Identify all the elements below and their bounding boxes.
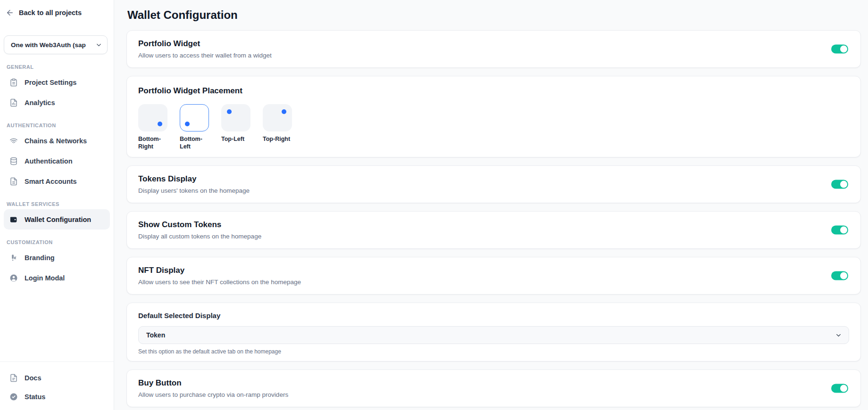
sidebar-item-project-settings[interactable]: Project Settings (4, 72, 110, 92)
sidebar-item-wallet-configuration[interactable]: Wallet Configuration (4, 209, 110, 230)
select-value: Token (146, 331, 835, 339)
back-to-projects-link[interactable]: Back to all projects (4, 0, 110, 17)
card-default-selected-display: Default Selected DisplayTokenSet this op… (126, 303, 861, 361)
card-subtitle: Allow users to purchase crypto via on-ra… (138, 390, 849, 400)
card-buy-button: Buy ButtonAllow users to purchase crypto… (126, 369, 861, 407)
toggle-knob (840, 385, 847, 392)
toggle-knob (840, 46, 847, 53)
select-card-label: Default Selected Display (138, 311, 849, 320)
wifi-icon (9, 137, 18, 145)
default-selected-display-select[interactable]: Token (138, 326, 849, 344)
placement-preview (263, 104, 292, 131)
placement-option-top-left[interactable]: Top-Left (221, 104, 250, 150)
check-circle-icon (9, 393, 18, 401)
nft-display-toggle[interactable] (831, 271, 848, 280)
placement-options: Bottom-RightBottom-LeftTop-LeftTop-Right (138, 104, 849, 150)
file-icon (9, 177, 18, 186)
card-subtitle: Display users' tokens on the homepage (138, 186, 849, 196)
sidebar-item-label: Smart Accounts (25, 178, 77, 185)
card-title: Portfolio Widget Placement (138, 86, 849, 96)
toggle-knob (840, 227, 847, 234)
placement-preview (221, 104, 250, 131)
sidebar-footer-label: Docs (25, 374, 41, 382)
nav-section-header-authentication: AUTHENTICATION (7, 123, 107, 128)
cards-container: Portfolio WidgetAllow users to access th… (126, 30, 861, 410)
buy-button-toggle[interactable] (831, 384, 848, 393)
placement-option-top-right[interactable]: Top-Right (263, 104, 292, 150)
show-custom-tokens-toggle[interactable] (831, 226, 848, 235)
select-helper-text: Set this option as the default active ta… (138, 348, 849, 355)
nav-section-header-general: GENERAL (7, 64, 107, 70)
sidebar-item-branding[interactable]: Branding (4, 247, 110, 268)
portfolio-widget-toggle[interactable] (831, 45, 848, 54)
card-title: Portfolio Widget (138, 39, 849, 49)
card-portfolio-widget: Portfolio WidgetAllow users to access th… (126, 30, 861, 68)
placement-option-label: Top-Left (221, 135, 250, 143)
sidebar-item-label: Branding (25, 254, 55, 262)
card-nft-display: NFT DisplayAllow users to see their NFT … (126, 257, 861, 295)
project-selector[interactable]: One with Web3Auth (sap (4, 35, 108, 54)
back-to-projects-label: Back to all projects (19, 9, 82, 16)
arrow-left-icon (6, 8, 14, 17)
placement-option-label: Bottom-Left (180, 135, 209, 150)
sidebar-item-label: Analytics (25, 99, 55, 107)
card-portfolio-widget-placement: Portfolio Widget PlacementBottom-RightBo… (126, 76, 861, 157)
placement-option-label: Bottom-Right (138, 135, 167, 150)
page-title: Wallet Configuration (127, 8, 861, 22)
card-title: NFT Display (138, 265, 849, 276)
card-tokens-display: Tokens DisplayDisplay users' tokens on t… (126, 165, 861, 203)
sidebar-item-login-modal[interactable]: Login Modal (4, 268, 110, 288)
database-icon (9, 157, 18, 165)
sidebar-item-label: Wallet Configuration (25, 216, 91, 223)
sidebar-item-label: Login Modal (25, 274, 65, 282)
project-selector-value: One with Web3Auth (sap (11, 41, 93, 49)
placement-option-bottom-left[interactable]: Bottom-Left (180, 104, 209, 150)
sidebar-item-label: Chains & Networks (25, 137, 87, 145)
sidebar-footer-item-status[interactable]: Status (4, 387, 110, 406)
sidebar-divider (0, 361, 114, 362)
card-title: Show Custom Tokens (138, 220, 849, 230)
placement-preview (180, 104, 209, 131)
clipboard-icon (9, 78, 18, 87)
placement-option-label: Top-Right (263, 135, 292, 143)
wallet-icon (9, 215, 18, 224)
card-title: Tokens Display (138, 174, 849, 184)
card-show-custom-tokens: Show Custom TokensDisplay all custom tok… (126, 211, 861, 249)
chevron-down-icon (835, 332, 842, 339)
sidebar-item-smart-accounts[interactable]: Smart Accounts (4, 171, 110, 191)
sidebar-footer-label: Status (25, 393, 45, 401)
analytics-doc-icon (9, 98, 18, 107)
card-title: Buy Button (138, 378, 849, 388)
sidebar-nav: GENERALProject SettingsAnalyticsAUTHENTI… (4, 54, 110, 288)
sidebar-item-analytics[interactable]: Analytics (4, 92, 110, 113)
sidebar-footer: DocsStatus (4, 361, 110, 410)
nav-section-header-customization: CUSTOMIZATION (7, 239, 107, 245)
placement-dot (227, 109, 232, 114)
placement-option-bottom-right[interactable]: Bottom-Right (138, 104, 167, 150)
placement-dot (185, 122, 190, 126)
main-content: Wallet Configuration Portfolio WidgetAll… (114, 0, 868, 410)
doc-icon (9, 374, 18, 382)
sidebar-item-authentication[interactable]: Authentication (4, 151, 110, 171)
placement-dot (158, 122, 162, 126)
placement-preview (138, 104, 167, 131)
card-subtitle: Allow users to see their NFT collections… (138, 278, 849, 287)
chevron-down-icon (95, 41, 102, 49)
card-subtitle: Display all custom tokens on the homepag… (138, 232, 849, 241)
sidebar-item-chains-networks[interactable]: Chains & Networks (4, 131, 110, 151)
nav-section-header-wallet-services: WALLET SERVICES (7, 201, 107, 207)
tokens-display-toggle[interactable] (831, 180, 848, 189)
sidebar-footer-item-docs[interactable]: Docs (4, 369, 110, 387)
brush-icon (9, 254, 18, 262)
sidebar-item-label: Authentication (25, 157, 73, 165)
placement-dot (282, 109, 286, 114)
toggle-knob (840, 181, 847, 188)
card-subtitle: Allow users to access their wallet from … (138, 51, 849, 60)
sidebar-item-label: Project Settings (25, 79, 76, 86)
toggle-knob (840, 272, 847, 279)
user-circle-icon (9, 274, 18, 282)
sidebar: Back to all projects One with Web3Auth (… (0, 0, 114, 410)
